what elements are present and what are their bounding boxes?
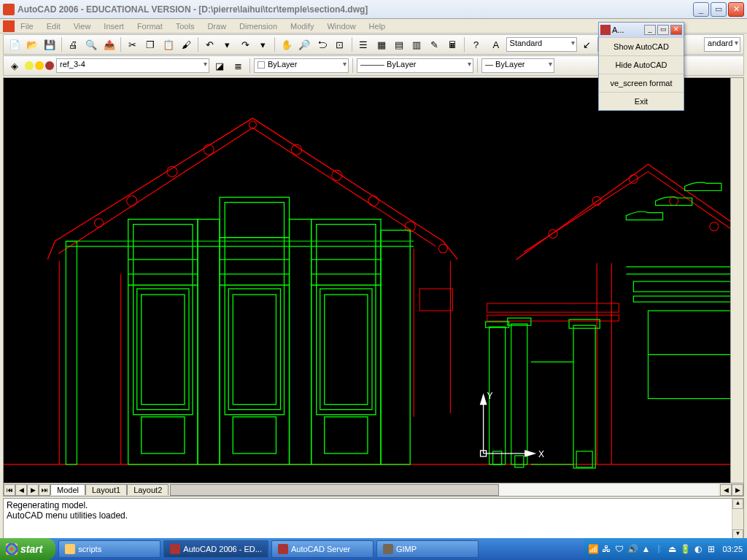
tab-first-icon[interactable]: ⏮ <box>4 484 15 496</box>
save-icon[interactable]: 💾 <box>42 36 58 52</box>
app-icon <box>3 4 15 15</box>
dimstyle-icon[interactable]: ↙ <box>579 36 595 52</box>
task-server[interactable]: AutoCAD Server <box>271 540 374 558</box>
sheetset-icon[interactable]: ▥ <box>409 36 425 52</box>
zoom-rt-icon[interactable]: 🔎 <box>297 36 312 52</box>
command-window[interactable]: Regenerating model. AutoCAD menu utiliti… <box>3 498 744 542</box>
tray-misc-icon[interactable]: ◐ <box>693 544 703 554</box>
color-dropdown[interactable]: ByLayer <box>254 58 349 73</box>
float-minimize-button[interactable]: _ <box>644 25 656 35</box>
layer-freeze-icon <box>35 61 44 70</box>
minimize-button[interactable]: _ <box>693 2 709 17</box>
tray-batt-icon[interactable]: 🔋 <box>680 544 690 554</box>
task-autocad[interactable]: AutoCAD 2006 - ED... <box>163 540 268 558</box>
cut-icon[interactable]: ✂ <box>125 36 140 52</box>
markup-icon[interactable]: ✎ <box>427 36 442 52</box>
float-maximize-button[interactable]: ▭ <box>657 25 669 35</box>
designcenter-icon[interactable]: ▦ <box>374 36 389 52</box>
layer-prev-icon[interactable]: ◪ <box>212 58 228 74</box>
tab-prev-icon[interactable]: ◀ <box>15 484 27 496</box>
menu-help[interactable]: Help <box>369 22 386 31</box>
preview-icon[interactable]: 🔍 <box>83 36 98 52</box>
plot-icon[interactable]: 🖨 <box>66 36 81 52</box>
tray-vol-icon[interactable]: 🔊 <box>627 544 638 554</box>
tab-model[interactable]: Model <box>50 484 85 495</box>
calc-icon[interactable]: 🖩 <box>444 36 460 52</box>
svg-rect-25 <box>66 241 77 464</box>
menu-window[interactable]: Window <box>327 22 355 31</box>
props-icon[interactable]: ☰ <box>356 36 371 52</box>
tray-misc2-icon[interactable]: ⊞ <box>706 544 716 554</box>
tablestyle-dropdown[interactable]: andard <box>704 37 740 52</box>
tab-layout1[interactable]: Layout1 <box>85 484 127 495</box>
float-close-button[interactable]: ✕ <box>670 25 682 35</box>
open-icon[interactable]: 📂 <box>24 36 39 52</box>
float-titlebar[interactable]: A... _ ▭ ✕ <box>599 23 684 37</box>
toolpalette-icon[interactable]: ▤ <box>391 36 406 52</box>
textstyle-dropdown[interactable]: Standard <box>506 37 578 52</box>
menu-insert[interactable]: Insert <box>104 22 124 31</box>
menu-dimension[interactable]: Dimension <box>239 22 277 31</box>
paste-icon[interactable]: 📋 <box>160 36 176 52</box>
tray-wifi-icon[interactable]: 📶 <box>588 544 598 554</box>
layer-states-icon[interactable]: ≣ <box>230 58 246 74</box>
redo-drop-icon[interactable]: ▾ <box>255 36 271 52</box>
zoom-win-icon[interactable]: ⊡ <box>332 36 347 52</box>
tray-bt-icon[interactable]: ᛒ <box>654 544 664 554</box>
float-item-hide[interactable]: Hide AutoCAD <box>599 55 684 74</box>
copy-icon[interactable]: ❐ <box>143 36 158 52</box>
undo-icon[interactable]: ↶ <box>202 36 217 52</box>
tab-next-icon[interactable]: ▶ <box>27 484 39 496</box>
scroll-up-icon[interactable]: ▲ <box>732 499 743 509</box>
vertical-scrollbar[interactable] <box>730 78 743 483</box>
float-item-screen[interactable]: ve_screen format <box>599 74 684 92</box>
hscroll-track[interactable] <box>170 484 719 496</box>
maximize-button[interactable]: ▭ <box>711 2 727 17</box>
hscroll-left-icon[interactable]: ◀ <box>720 484 732 496</box>
task-gimp[interactable]: GIMP <box>376 540 479 558</box>
menu-format[interactable]: Format <box>137 22 163 31</box>
svg-point-11 <box>549 230 557 238</box>
svg-rect-31 <box>142 295 185 405</box>
menu-draw[interactable]: Draw <box>207 22 226 31</box>
help-icon[interactable]: ? <box>468 36 484 52</box>
layer-dropdown[interactable]: ref_3-4 <box>56 58 209 73</box>
lineweight-dropdown[interactable]: — ByLayer <box>481 58 554 73</box>
hscroll-right-icon[interactable]: ▶ <box>732 484 743 496</box>
menu-edit[interactable]: Edit <box>47 22 61 31</box>
tray-usb-icon[interactable]: ⏏ <box>667 544 677 554</box>
command-scrollbar[interactable]: ▲ ▼ <box>732 499 743 541</box>
tray-clock[interactable]: 03:25 <box>722 545 743 553</box>
tab-layout2[interactable]: Layout2 <box>127 484 169 495</box>
publish-icon[interactable]: 📤 <box>101 36 117 52</box>
tray-ac-icon[interactable]: ▲ <box>640 544 651 554</box>
start-button[interactable]: start <box>0 538 55 560</box>
drawing-canvas[interactable]: Y X ⏮ ◀ ▶ ⏭ Model Layout1 Layout2 ◀ ▶ <box>3 77 744 497</box>
tray-net-icon[interactable]: 🖧 <box>601 544 611 554</box>
menu-file[interactable]: File <box>20 22 34 31</box>
redo-icon[interactable]: ↷ <box>237 36 252 52</box>
tab-last-icon[interactable]: ⏭ <box>39 484 50 496</box>
task-scripts[interactable]: scripts <box>58 540 160 558</box>
pan-icon[interactable]: ✋ <box>279 36 294 52</box>
float-item-exit[interactable]: Exit <box>599 92 684 110</box>
svg-rect-52 <box>325 417 368 454</box>
hscroll-thumb[interactable] <box>170 484 499 496</box>
float-item-show[interactable]: Show AutoCAD <box>599 37 684 55</box>
separator <box>274 37 275 52</box>
zoom-prev-icon[interactable]: ⮌ <box>314 36 330 52</box>
textstyle-icon[interactable]: A <box>488 36 503 52</box>
undo-drop-icon[interactable]: ▾ <box>220 36 235 52</box>
menu-tools[interactable]: Tools <box>176 22 195 31</box>
float-window[interactable]: A... _ ▭ ✕ Show AutoCAD Hide AutoCAD ve_… <box>598 22 684 111</box>
tray-shield-icon[interactable]: 🛡 <box>614 544 624 554</box>
match-icon[interactable]: 🖌 <box>178 36 193 52</box>
layerprops-icon[interactable]: ◈ <box>7 58 23 74</box>
close-button[interactable]: ✕ <box>728 2 744 17</box>
menu-view[interactable]: View <box>74 22 91 31</box>
linetype-dropdown[interactable]: ——— ByLayer <box>357 58 473 73</box>
new-icon[interactable]: 📄 <box>7 36 22 52</box>
svg-rect-23 <box>487 315 619 321</box>
menu-modify[interactable]: Modify <box>290 22 314 31</box>
system-tray[interactable]: 📶 🖧 🛡 🔊 ▲ ᛒ ⏏ 🔋 ◐ ⊞ 03:25 <box>584 538 747 560</box>
